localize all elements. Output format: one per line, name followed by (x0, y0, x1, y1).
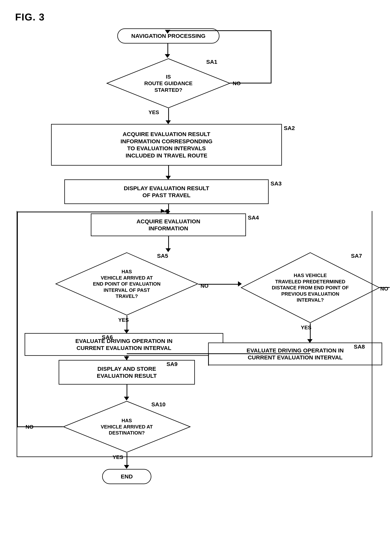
label-sa7-no: NO (380, 286, 388, 292)
step-label-sa1: SA1 (206, 59, 217, 65)
label-sa1-no: NO (233, 80, 241, 87)
node-sa2: ACQUIRE EVALUATION RESULT INFORMATION CO… (51, 124, 282, 166)
node-end: END (102, 469, 151, 484)
step-label-sa3: SA3 (271, 180, 282, 187)
node-sa3: DISPLAY EVALUATION RESULT OF PAST TRAVEL (64, 180, 269, 204)
step-label-sa2: SA2 (284, 125, 295, 131)
label-sa1-yes: YES (148, 109, 159, 115)
node-sa1: IS ROUTE GUIDANCE STARTED? (106, 58, 231, 109)
page-title: FIG. 3 (15, 11, 45, 23)
